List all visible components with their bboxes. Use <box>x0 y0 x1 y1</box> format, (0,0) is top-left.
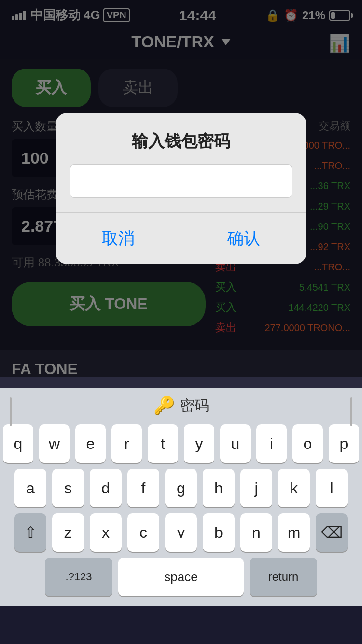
key-o[interactable]: o <box>292 424 323 463</box>
keyboard-rows: q w e r t y u i o p a s d f g h j k l ⇧ … <box>0 421 362 606</box>
key-h[interactable]: h <box>203 469 235 507</box>
keyboard-row-3: ⇧ z x c v b n m ⌫ <box>3 513 359 552</box>
key-v[interactable]: v <box>165 513 197 552</box>
confirm-button[interactable]: 确认 <box>181 213 307 264</box>
key-s[interactable]: s <box>52 469 84 507</box>
key-u[interactable]: u <box>220 424 251 463</box>
key-f[interactable]: f <box>127 469 159 507</box>
key-r[interactable]: r <box>111 424 142 463</box>
keyboard-row-2: a s d f g h j k l <box>3 469 359 507</box>
keyboard-row-1: q w e r t y u i o p <box>3 424 359 463</box>
key-j[interactable]: j <box>240 469 272 507</box>
num-switch-key[interactable]: .?123 <box>45 558 112 596</box>
key-p[interactable]: p <box>329 424 359 463</box>
key-i[interactable]: i <box>256 424 287 463</box>
keyboard-bottom-row: .?123 space return <box>3 558 359 606</box>
keyboard-password-label: 🔑 密码 <box>153 395 209 416</box>
password-input[interactable] <box>70 164 292 198</box>
key-w[interactable]: w <box>39 424 70 463</box>
key-z[interactable]: z <box>52 513 84 552</box>
password-modal: 输入钱包密码 取消 确认 <box>56 113 306 264</box>
key-t[interactable]: t <box>148 424 178 463</box>
cancel-button[interactable]: 取消 <box>56 213 181 264</box>
return-key[interactable]: return <box>250 558 317 596</box>
space-key[interactable]: space <box>118 558 244 596</box>
key-c[interactable]: c <box>127 513 159 552</box>
key-y[interactable]: y <box>184 424 214 463</box>
kb-left-bar <box>10 397 12 426</box>
key-d[interactable]: d <box>90 469 122 507</box>
keyboard-top-bar: 🔑 密码 <box>0 388 362 421</box>
key-m[interactable]: m <box>278 513 310 552</box>
kb-right-bar <box>350 397 352 426</box>
password-label: 密码 <box>180 396 209 416</box>
delete-key[interactable]: ⌫ <box>316 513 348 552</box>
key-x[interactable]: x <box>90 513 122 552</box>
key-b[interactable]: b <box>203 513 235 552</box>
keyboard-area: 🔑 密码 q w e r t y u i o p a s d f g h j k <box>0 388 362 606</box>
key-l[interactable]: l <box>316 469 348 507</box>
modal-buttons: 取消 确认 <box>56 212 306 264</box>
key-icon: 🔑 <box>153 395 175 416</box>
modal-title: 输入钱包密码 <box>56 113 306 164</box>
key-n[interactable]: n <box>240 513 272 552</box>
key-e[interactable]: e <box>75 424 106 463</box>
key-g[interactable]: g <box>165 469 197 507</box>
key-a[interactable]: a <box>14 469 46 507</box>
shift-key[interactable]: ⇧ <box>14 513 46 552</box>
key-k[interactable]: k <box>278 469 310 507</box>
key-q[interactable]: q <box>3 424 33 463</box>
modal-overlay: 输入钱包密码 取消 确认 <box>0 0 362 377</box>
